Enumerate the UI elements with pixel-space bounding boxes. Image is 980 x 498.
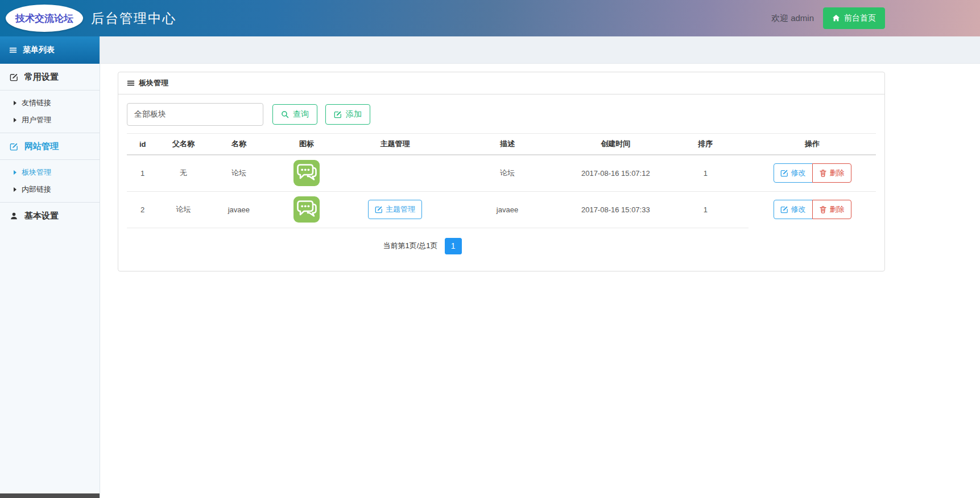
cell-actions: 修改 删除 [749,155,876,191]
search-icon [281,110,289,118]
horizontal-scrollbar[interactable] [0,493,100,498]
topic-manage-button-label: 主题管理 [386,204,415,215]
caret-right-icon [14,118,16,122]
delete-button[interactable]: 删除 [812,200,851,219]
sidebar-item-label: 基本设置 [24,211,59,221]
trash-icon [819,205,827,213]
forum-chat-icon [293,160,320,186]
sidebar-item-label: 友情链接 [22,98,51,108]
cell-created: 2017-08-16 15:07:12 [569,155,663,191]
query-button[interactable]: 查询 [272,104,317,125]
delete-button[interactable]: 删除 [812,163,851,183]
sidebar-item-site-management[interactable]: 网站管理 [0,133,100,159]
caret-right-icon [14,101,16,105]
cell-topic-manage [344,155,446,191]
sidebar-item-basic-settings[interactable]: 基本设置 [0,203,100,229]
edit-icon [334,110,342,118]
sidebar-item-user-management[interactable]: 用户管理 [0,112,100,129]
cell-desc: javaee [446,191,569,228]
cell-order: 1 [663,191,749,228]
welcome-text: 欢迎 admin [771,13,814,24]
board-management-panel: 板块管理 查询 添加 [118,72,885,271]
edit-icon [780,205,788,213]
cell-id: 2 [127,191,158,228]
cell-actions: 修改 删除 [749,191,876,228]
col-header-id: id [127,134,158,155]
front-home-button[interactable]: 前台首页 [823,7,885,29]
sidebar-menu-header[interactable]: 菜单列表 [0,36,100,64]
add-button[interactable]: 添加 [325,104,370,125]
top-strip [100,36,980,64]
search-toolbar: 查询 添加 [127,103,876,126]
cell-name: javaee [209,191,270,228]
sidebar-item-label: 内部链接 [22,184,51,195]
modify-button-label: 修改 [791,204,806,215]
caret-right-icon [14,187,16,192]
caret-right-icon [14,170,16,175]
query-button-label: 查询 [293,109,309,120]
edit-icon [10,142,18,151]
page-button-1[interactable]: 1 [445,238,462,254]
forum-chat-icon [293,196,320,223]
panel-menu-icon [127,79,135,87]
sidebar-item-label: 用户管理 [22,115,51,125]
home-icon [832,14,840,22]
col-header-parent: 父名称 [158,134,208,155]
cell-created: 2017-08-16 15:07:33 [569,191,663,228]
cell-parent: 论坛 [158,191,208,228]
table-row: 2 论坛 javaee 主题管理 [127,191,876,228]
modify-button[interactable]: 修改 [774,163,813,183]
site-logo[interactable]: 技术交流论坛 [6,5,83,32]
cell-icon [269,155,344,191]
site-logo-text: 技术交流论坛 [15,12,73,25]
board-table: id 父名称 名称 图标 主题管理 描述 创建时间 排序 操作 [127,133,876,228]
col-header-created: 创建时间 [569,134,663,155]
sidebar-item-board-management[interactable]: 板块管理 [0,164,100,181]
delete-button-label: 删除 [830,168,845,178]
sidebar-item-label: 常用设置 [24,72,59,83]
header: 技术交流论坛 后台管理中心 欢迎 admin 前台首页 [0,0,980,36]
cell-id: 1 [127,155,158,191]
col-header-order: 排序 [663,134,749,155]
sidebar-item-friend-links[interactable]: 友情链接 [0,94,100,112]
col-header-icon: 图标 [269,134,344,155]
edit-icon [780,169,788,177]
sidebar-item-label: 板块管理 [22,167,51,178]
cell-icon [269,191,344,228]
edit-icon [375,205,383,213]
panel-heading: 板块管理 [118,72,884,94]
topic-manage-button[interactable]: 主题管理 [368,200,422,219]
sidebar: 菜单列表 常用设置 友情链接 用户管理 网站管理 [0,36,100,498]
header-right: 欢迎 admin 前台首页 [771,7,980,29]
cell-order: 1 [663,155,749,191]
col-header-actions: 操作 [749,134,876,155]
cell-topic-manage: 主题管理 [344,191,446,228]
delete-button-label: 删除 [830,204,845,215]
page-title: 后台管理中心 [91,10,176,27]
user-icon [10,212,18,220]
modify-button-label: 修改 [791,168,806,178]
table-row: 1 无 论坛 论坛 2017-08-16 15:07:12 1 [127,155,876,191]
front-home-button-label: 前台首页 [844,13,876,23]
cell-desc: 论坛 [446,155,569,191]
col-header-name: 名称 [209,134,270,155]
add-button-label: 添加 [346,109,362,120]
cell-name: 论坛 [209,155,270,191]
table-header-row: id 父名称 名称 图标 主题管理 描述 创建时间 排序 操作 [127,134,876,155]
sidebar-item-label: 网站管理 [24,141,59,152]
menu-list-icon [9,46,17,54]
modify-button[interactable]: 修改 [774,200,813,219]
board-search-input[interactable] [127,103,263,126]
sidebar-item-internal-links[interactable]: 内部链接 [0,181,100,198]
sidebar-menu-header-label: 菜单列表 [23,45,55,55]
pagination-info: 当前第1页/总1页 [383,241,437,251]
pagination: 当前第1页/总1页 1 [127,228,718,262]
trash-icon [819,169,827,177]
main-content: 板块管理 查询 添加 [100,36,980,498]
col-header-desc: 描述 [446,134,569,155]
col-header-topic: 主题管理 [344,134,446,155]
panel-title: 板块管理 [139,78,168,88]
edit-icon [10,73,18,81]
cell-parent: 无 [158,155,208,191]
sidebar-item-common-settings[interactable]: 常用设置 [0,64,100,90]
